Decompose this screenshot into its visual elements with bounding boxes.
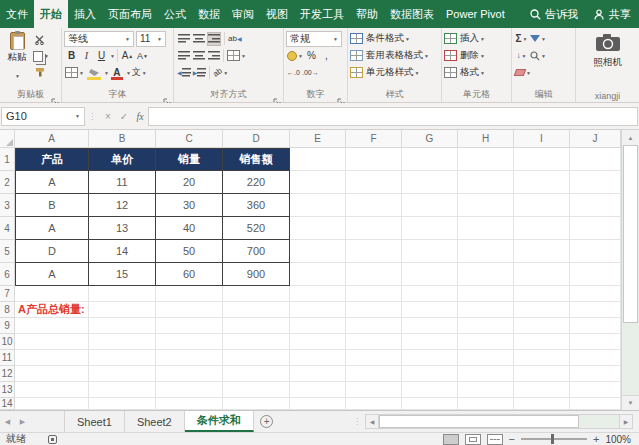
grid-cell-H5[interactable] [458, 240, 514, 263]
table-cell-C4[interactable]: 40 [156, 217, 223, 240]
font-size-select[interactable]: 11 ▼ [136, 31, 166, 47]
number-format-select[interactable]: 常规 ▼ [286, 31, 342, 47]
grid-cell-I12[interactable] [514, 366, 570, 382]
row-header-11[interactable]: 11 [0, 350, 15, 366]
grid-cell-F13[interactable] [346, 382, 402, 398]
sort-filter-button[interactable]: ▼ [530, 32, 546, 46]
grid-cell-G6[interactable] [402, 263, 458, 286]
grid-cell-F2[interactable] [346, 171, 402, 194]
phonetic-guide-button[interactable]: 文▼ [132, 66, 147, 80]
sheet-tab-sheet2[interactable]: Sheet2 [125, 411, 185, 432]
column-header-B[interactable]: B [89, 130, 156, 148]
grid-cell-A10[interactable] [15, 334, 89, 350]
normal-view-button[interactable] [443, 434, 459, 445]
row-header-14[interactable]: 14 [0, 398, 15, 410]
scroll-down-button[interactable]: ▼ [622, 395, 639, 410]
grid-cell-F4[interactable] [346, 217, 402, 240]
grid-cell-A11[interactable] [15, 350, 89, 366]
grid-cell-A7[interactable] [15, 286, 89, 302]
grid-cell-I8[interactable] [514, 302, 570, 318]
orientation-button[interactable]: ab▼ [213, 66, 228, 80]
grid-cell-F6[interactable] [346, 263, 402, 286]
grid-cell-J13[interactable] [570, 382, 621, 398]
column-header-J[interactable]: J [570, 130, 621, 148]
row-header-8[interactable]: 8 [0, 302, 15, 318]
table-cell-B6[interactable]: 15 [89, 263, 156, 286]
grid-cell-G4[interactable] [402, 217, 458, 240]
grid-cell-B10[interactable] [89, 334, 156, 350]
grid-cell-G7[interactable] [402, 286, 458, 302]
ribbon-tab-4[interactable]: 公式 [158, 0, 192, 28]
splitter-handle[interactable]: ⋮ [350, 417, 365, 426]
zoom-level[interactable]: 100% [605, 434, 631, 445]
comma-style-button[interactable]: , [320, 49, 333, 63]
grid-cell-C12[interactable] [156, 366, 223, 382]
table-header-cell-A1[interactable]: 产品 [15, 148, 89, 171]
table-cell-D2[interactable]: 220 [223, 171, 290, 194]
formula-input[interactable] [148, 107, 638, 126]
grid-cell-E11[interactable] [290, 350, 346, 366]
column-header-E[interactable]: E [290, 130, 346, 148]
grid-cell-F1[interactable] [346, 148, 402, 171]
grid-cell-J10[interactable] [570, 334, 621, 350]
paste-dropdown-icon[interactable]: ▼ [15, 73, 20, 79]
share-button[interactable]: 共享 [586, 0, 639, 28]
grid-cell-D10[interactable] [223, 334, 290, 350]
grid-cell-I9[interactable] [514, 318, 570, 334]
grid-cell-B7[interactable] [89, 286, 156, 302]
sheet-nav-prev-icon[interactable]: ◀ [0, 411, 15, 432]
paste-button[interactable]: 粘贴 ▼ [2, 31, 32, 82]
cancel-button[interactable]: × [100, 111, 116, 122]
cut-button[interactable] [33, 33, 49, 47]
grid-cell-H12[interactable] [458, 366, 514, 382]
horizontal-scrollbar-track[interactable] [379, 414, 619, 429]
grid-cell-J2[interactable] [570, 171, 621, 194]
formula-bar-drag-handle[interactable]: ⋮ [85, 112, 100, 121]
grid-cell-E8[interactable] [290, 302, 346, 318]
grid-cell-G12[interactable] [402, 366, 458, 382]
grid-cell-J12[interactable] [570, 366, 621, 382]
grid-cell-I2[interactable] [514, 171, 570, 194]
row-header-9[interactable]: 9 [0, 318, 15, 334]
format-cells-button[interactable]: 格式 ▼ [444, 65, 509, 80]
conditional-formatting-button[interactable]: 条件格式 ▼ [350, 31, 439, 46]
align-bottom-button[interactable] [207, 32, 221, 46]
grid-cell-H8[interactable] [458, 302, 514, 318]
grid-cell-I5[interactable] [514, 240, 570, 263]
grid-cell-H10[interactable] [458, 334, 514, 350]
grid-cell-G13[interactable] [402, 382, 458, 398]
grid-cell-G5[interactable] [402, 240, 458, 263]
table-cell-B3[interactable]: 12 [89, 194, 156, 217]
grid-cell-E14[interactable] [290, 398, 346, 410]
alignment-dialog-launcher[interactable] [273, 92, 281, 100]
ribbon-tab-1[interactable]: 开始 [34, 0, 68, 28]
horizontal-scrollbar-thumb[interactable] [379, 415, 579, 428]
increase-indent-button[interactable]: ▶ [193, 66, 207, 80]
fill-color-dropdown-icon[interactable]: ▼ [104, 70, 109, 76]
grid-cell-C9[interactable] [156, 318, 223, 334]
row-header-3[interactable]: 3 [0, 194, 15, 217]
grid-cell-E5[interactable] [290, 240, 346, 263]
ribbon-tab-10[interactable]: 数据图表 [384, 0, 440, 28]
grid-cell-G9[interactable] [402, 318, 458, 334]
grid-cell-J8[interactable] [570, 302, 621, 318]
number-dialog-launcher[interactable] [337, 92, 345, 100]
cell-styles-button[interactable]: 单元格样式 ▼ [350, 65, 439, 80]
grid-cell-G3[interactable] [402, 194, 458, 217]
table-header-cell-D1[interactable]: 销售额 [223, 148, 290, 171]
vertical-scrollbar-thumb[interactable] [623, 145, 638, 323]
zoom-slider-knob[interactable] [551, 434, 554, 444]
grid-cell-F3[interactable] [346, 194, 402, 217]
grid-cell-D7[interactable] [223, 286, 290, 302]
borders-button[interactable]: ▼ [65, 66, 84, 80]
ribbon-tab-9[interactable]: 帮助 [350, 0, 384, 28]
grid-cell-G1[interactable] [402, 148, 458, 171]
font-color-dropdown-icon[interactable]: ▼ [126, 70, 131, 76]
grid-cell-B9[interactable] [89, 318, 156, 334]
wrap-text-button[interactable]: ab◀ [228, 32, 242, 46]
grid-cell-H2[interactable] [458, 171, 514, 194]
clipboard-dialog-launcher[interactable] [51, 92, 59, 100]
grid-cell-J1[interactable] [570, 148, 621, 171]
grid-cell-C11[interactable] [156, 350, 223, 366]
table-cell-D6[interactable]: 900 [223, 263, 290, 286]
